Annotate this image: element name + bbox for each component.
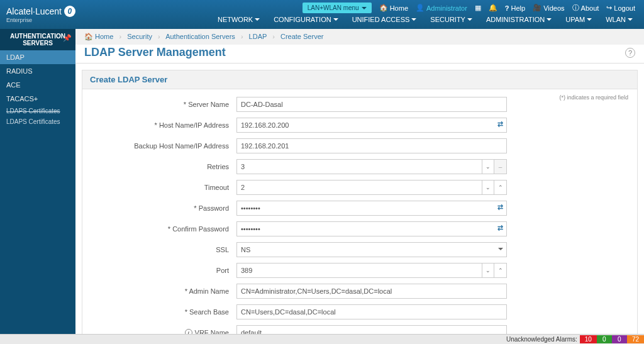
password-toggle-icon[interactable]: ⇄ (497, 203, 503, 211)
info-icon[interactable]: i (185, 329, 192, 334)
home-link[interactable]: 🏠Home (379, 4, 408, 12)
sidebar-sub-ldaps-certs-2[interactable]: LDAPS Certificates (0, 116, 75, 127)
input-server-name[interactable] (236, 97, 507, 112)
sidebar-item-ldap[interactable]: LDAP (0, 50, 75, 64)
input-timeout[interactable] (236, 180, 482, 195)
crumb-ldap[interactable]: LDAP (249, 33, 267, 40)
administrator-link[interactable]: 👤Administrator (416, 4, 467, 12)
logout-icon: ↪ (606, 4, 612, 12)
menu-unified-access[interactable]: UNIFIED ACCESS (352, 16, 417, 23)
crumb-home[interactable]: 🏠 Home (84, 33, 113, 40)
menu-security[interactable]: SECURITY (430, 16, 472, 23)
sidebar-header: AUTHENTICATION SERVERS 📌 (0, 29, 75, 50)
info-icon: ⓘ (572, 3, 579, 13)
sidebar-sub-ldaps-certs-1[interactable]: LDAPS Certificates (0, 106, 75, 116)
brand: Alcatel·Lucent 0 Enterprise (0, 0, 75, 29)
menu-administration[interactable]: ADMINISTRATION (486, 16, 552, 23)
video-icon: 🎥 (533, 4, 541, 12)
confirm-password-toggle-icon[interactable]: ⇄ (497, 224, 503, 232)
label-backup-host: Backup Host Name/IP Address (95, 142, 236, 150)
sidebar: AUTHENTICATION SERVERS 📌 LDAP RADIUS ACE… (0, 29, 75, 334)
crumb-auth-servers[interactable]: Authentication Servers (165, 33, 235, 40)
videos-link[interactable]: 🎥Videos (533, 4, 564, 12)
label-timeout: Timeout (95, 184, 236, 191)
page-title: LDAP Server Management (84, 46, 226, 59)
input-vrf-name[interactable] (236, 325, 507, 334)
label-confirm-password: * Confirm Password (95, 225, 236, 233)
breadcrumb: 🏠 Home › Security › Authentication Serve… (75, 29, 644, 45)
alarm-ok[interactable]: 0 (597, 335, 612, 343)
about-link[interactable]: ⓘAbout (572, 3, 599, 13)
page-help-icon[interactable]: ? (625, 48, 635, 58)
main-area: 🏠 Home › Security › Authentication Serve… (75, 29, 644, 334)
menu-configuration[interactable]: CONFIGURATION (274, 16, 338, 23)
pin-icon[interactable]: 📌 (63, 34, 72, 42)
alarm-minor[interactable]: 72 (627, 335, 644, 343)
brand-subtext: Enterprise (6, 17, 75, 23)
label-password: * Password (95, 204, 236, 212)
grid-icon[interactable]: ▦ (475, 4, 481, 12)
user-icon: 👤 (416, 4, 425, 12)
label-vrf-name: i VRF Name (95, 329, 236, 334)
required-note: (*) indicates a required field (559, 94, 628, 101)
port-up[interactable]: ⌃ (494, 263, 507, 278)
label-host: * Host Name/IP Address (95, 121, 236, 129)
main-menu: NETWORK CONFIGURATION UNIFIED ACCESS SEC… (75, 13, 644, 27)
label-server-name: * Server Name (95, 101, 236, 108)
retries-down[interactable]: ⌄ (482, 159, 494, 174)
lan-wlan-menu[interactable]: LAN+WLAN menu (303, 3, 372, 13)
alarm-major[interactable]: 0 (612, 335, 627, 343)
menu-network[interactable]: NETWORK (218, 16, 260, 23)
sidebar-item-radius[interactable]: RADIUS (0, 64, 75, 78)
bell-icon[interactable]: 🔔 (489, 4, 497, 12)
label-admin-name: * Admin Name (95, 287, 236, 295)
brand-text: Alcatel·Lucent (6, 6, 62, 16)
label-port: Port (95, 267, 236, 274)
input-search-base[interactable] (236, 304, 507, 319)
create-ldap-panel: Create LDAP Server (*) indicates a requi… (82, 70, 638, 334)
host-resolve-icon[interactable]: ⇄ (497, 120, 503, 128)
select-ssl[interactable] (236, 242, 507, 257)
sidebar-item-tacacs[interactable]: TACACS+ (0, 92, 75, 106)
top-utility-nav: LAN+WLAN menu 🏠Home 👤Administrator ▦ 🔔 ?… (75, 0, 644, 13)
menu-wlan[interactable]: WLAN (606, 16, 633, 23)
crumb-create-server: Create Server (280, 33, 323, 40)
alarm-critical[interactable]: 10 (580, 335, 597, 343)
menu-upam[interactable]: UPAM (565, 16, 592, 23)
input-backup-host[interactable] (236, 138, 507, 153)
input-admin-name[interactable] (236, 284, 507, 299)
chevron-down-icon (362, 7, 367, 9)
label-search-base: * Search Base (95, 308, 236, 316)
logout-link[interactable]: ↪Logout (606, 4, 635, 12)
retries-dash: – (494, 159, 507, 174)
input-password[interactable] (236, 201, 507, 216)
alarm-label: Unacknowledged Alarms: (506, 336, 577, 343)
panel-title: Create LDAP Server (82, 70, 637, 89)
timeout-down[interactable]: ⌄ (482, 180, 494, 195)
input-host[interactable] (236, 118, 507, 133)
brand-logo-icon: 0 (64, 6, 75, 17)
top-bar: Alcatel·Lucent 0 Enterprise LAN+WLAN men… (0, 0, 644, 29)
input-port[interactable] (236, 263, 482, 278)
home-icon: 🏠 (379, 4, 388, 12)
label-retries: Retries (95, 163, 236, 170)
port-down[interactable]: ⌄ (482, 263, 494, 278)
label-ssl: SSL (95, 246, 236, 253)
alarm-footer: Unacknowledged Alarms: 10 0 0 72 (0, 334, 644, 344)
sidebar-item-ace[interactable]: ACE (0, 78, 75, 92)
crumb-security[interactable]: Security (127, 33, 152, 40)
help-link[interactable]: ?Help (505, 4, 525, 12)
timeout-up[interactable]: ⌃ (494, 180, 507, 195)
input-retries[interactable] (236, 159, 482, 174)
input-confirm-password[interactable] (236, 221, 507, 236)
